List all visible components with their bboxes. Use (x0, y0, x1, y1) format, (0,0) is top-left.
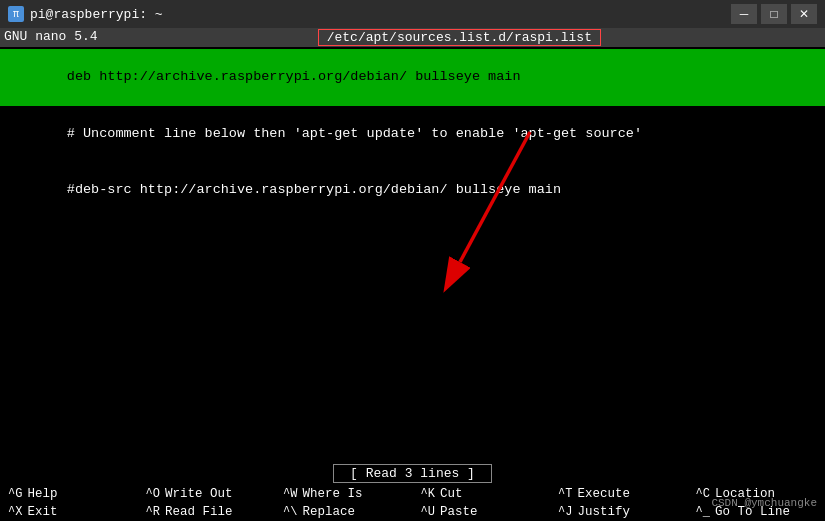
help-key: ^G (6, 487, 24, 501)
replace-key: ^\ (281, 505, 299, 519)
editor-content[interactable]: deb http://archive.raspberrypi.org/debia… (0, 47, 825, 462)
read-file-key: ^R (144, 505, 162, 519)
replace-label: Replace (302, 505, 355, 519)
editor-wrapper: deb http://archive.raspberrypi.org/debia… (0, 47, 825, 462)
menu-row-2: ^X Exit ^R Read File ^\ Replace ^U Paste… (0, 503, 825, 521)
write-out-label: Write Out (165, 487, 233, 501)
where-is-label: Where Is (302, 487, 362, 501)
menu-replace[interactable]: ^\ Replace (275, 503, 413, 521)
window-title: pi@raspberrypi: ~ (30, 7, 163, 22)
menu-row-1: ^G Help ^O Write Out ^W Where Is ^K Cut … (0, 485, 825, 503)
go-to-line-key: ^_ (694, 505, 712, 519)
location-key: ^C (694, 487, 712, 501)
nano-header: GNU nano 5.4 /etc/apt/sources.list.d/ras… (0, 28, 825, 47)
nano-version: GNU nano 5.4 (4, 29, 98, 46)
menu-write-out[interactable]: ^O Write Out (138, 485, 276, 503)
execute-key: ^T (556, 487, 574, 501)
help-label: Help (27, 487, 57, 501)
where-is-key: ^W (281, 487, 299, 501)
app-icon: π (8, 6, 24, 22)
menu-paste[interactable]: ^U Paste (413, 503, 551, 521)
close-button[interactable]: ✕ (791, 4, 817, 24)
terminal: GNU nano 5.4 /etc/apt/sources.list.d/ras… (0, 28, 825, 521)
editor-line-2: # Uncomment line below then 'apt-get upd… (0, 106, 825, 163)
paste-label: Paste (440, 505, 478, 519)
watermark: CSDN @ymchuangke (711, 497, 817, 509)
cut-label: Cut (440, 487, 463, 501)
editor-line-3: #deb-src http://archive.raspberrypi.org/… (0, 162, 825, 219)
write-out-key: ^O (144, 487, 162, 501)
menu-help[interactable]: ^G Help (0, 485, 138, 503)
cut-key: ^K (419, 487, 437, 501)
exit-key: ^X (6, 505, 24, 519)
menu-execute[interactable]: ^T Execute (550, 485, 688, 503)
menu-exit[interactable]: ^X Exit (0, 503, 138, 521)
paste-key: ^U (419, 505, 437, 519)
maximize-button[interactable]: □ (761, 4, 787, 24)
status-message: [ Read 3 lines ] (333, 464, 492, 483)
justify-label: Justify (577, 505, 630, 519)
menu-cut[interactable]: ^K Cut (413, 485, 551, 503)
status-bar: [ Read 3 lines ] (0, 462, 825, 485)
minimize-button[interactable]: ─ (731, 4, 757, 24)
title-bar: π pi@raspberrypi: ~ ─ □ ✕ (0, 0, 825, 28)
nano-filename: /etc/apt/sources.list.d/raspi.list (318, 29, 601, 46)
menu-read-file[interactable]: ^R Read File (138, 503, 276, 521)
menu-where-is[interactable]: ^W Where Is (275, 485, 413, 503)
menu-justify[interactable]: ^J Justify (550, 503, 688, 521)
justify-key: ^J (556, 505, 574, 519)
execute-label: Execute (577, 487, 630, 501)
exit-label: Exit (27, 505, 57, 519)
title-controls: ─ □ ✕ (731, 4, 817, 24)
read-file-label: Read File (165, 505, 233, 519)
title-bar-left: π pi@raspberrypi: ~ (8, 6, 163, 22)
editor-line-1: deb http://archive.raspberrypi.org/debia… (0, 49, 825, 106)
